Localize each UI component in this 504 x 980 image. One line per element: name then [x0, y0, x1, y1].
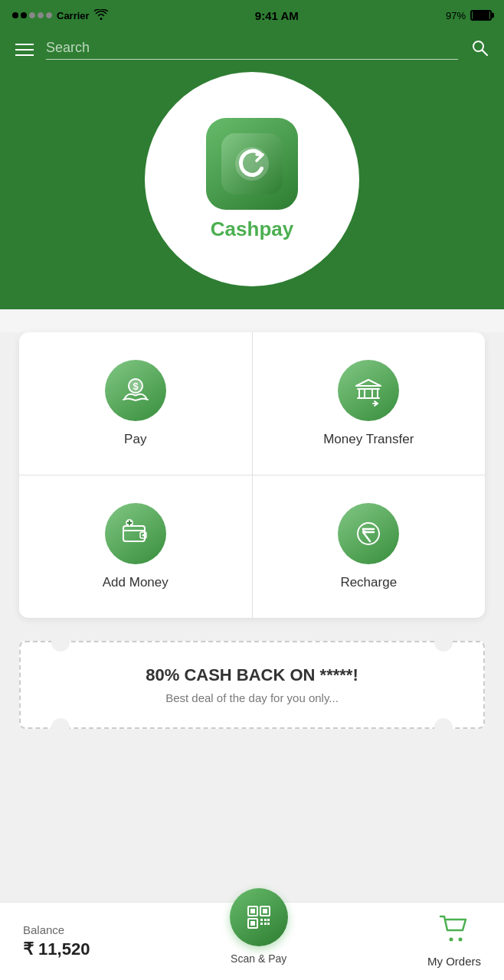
add-money-icon: [119, 517, 152, 550]
hamburger-line-3: [15, 54, 34, 56]
qr-scan-icon: [242, 900, 276, 934]
svg-rect-16: [250, 921, 255, 926]
money-transfer-icon: [352, 374, 385, 407]
grid-row-2: Add Money Recharge: [19, 475, 485, 618]
add-money-icon-circle: [105, 503, 166, 564]
promo-title: 80% CASH BACK ON *****!: [36, 665, 468, 685]
svg-rect-21: [267, 919, 270, 921]
hamburger-line-1: [15, 44, 34, 45]
promo-notch-bl: [51, 718, 70, 737]
recharge-icon-circle: [338, 503, 399, 564]
status-left: Carrier: [12, 9, 108, 22]
balance-label: Balance: [23, 923, 90, 936]
grid-row-1: $ Pay Money: [19, 332, 485, 475]
scan-icon-circle: [230, 888, 288, 946]
pay-cell[interactable]: $ Pay: [19, 332, 253, 475]
wifi-icon: [94, 9, 108, 22]
svg-point-24: [458, 938, 462, 942]
promo-notch-br: [434, 718, 453, 737]
search-bar: [0, 31, 504, 72]
promo-notch-tl: [51, 633, 70, 652]
svg-rect-14: [263, 909, 267, 913]
recharge-label: Recharge: [340, 575, 397, 590]
recharge-cell[interactable]: Recharge: [253, 475, 486, 618]
search-input[interactable]: [46, 40, 458, 56]
promo-notch-tr: [434, 633, 453, 652]
dot-5: [46, 12, 52, 18]
status-time: 9:41 AM: [255, 9, 299, 22]
menu-button[interactable]: [15, 44, 34, 56]
balance-amount: ₹ 11,520: [23, 939, 90, 959]
pay-icon-circle: $: [105, 360, 166, 421]
svg-rect-22: [267, 923, 270, 925]
hamburger-line-2: [15, 49, 34, 51]
svg-point-23: [449, 938, 453, 942]
svg-line-1: [483, 51, 488, 56]
cart-svg: [439, 915, 470, 942]
logo-svg: [221, 133, 283, 194]
svg-rect-17: [260, 919, 263, 921]
battery-percent: 97%: [446, 10, 466, 21]
svg-point-8: [142, 534, 144, 537]
svg-rect-6: [123, 526, 145, 541]
my-orders-label: My Orders: [427, 955, 481, 968]
hero-section: Cashpay: [0, 72, 504, 309]
scan-pay-label: Scan & Pay: [231, 952, 286, 965]
promo-banner[interactable]: 80% CASH BACK ON *****! Best deal of the…: [19, 641, 485, 729]
battery-icon: [470, 10, 492, 21]
my-orders-button[interactable]: My Orders: [427, 915, 481, 968]
bottom-bar: Balance ₹ 11,520 Scan & Pay: [0, 902, 504, 980]
bottom-spacer: [0, 752, 504, 836]
svg-rect-12: [250, 909, 255, 913]
carrier-label: Carrier: [57, 10, 90, 21]
app-logo-icon: [206, 118, 298, 210]
pay-label: Pay: [124, 432, 146, 447]
app-name: Cashpay: [211, 217, 293, 241]
balance-section: Balance ₹ 11,520: [23, 923, 90, 959]
services-grid: $ Pay Money: [19, 332, 485, 618]
search-icon[interactable]: [470, 38, 489, 61]
pay-icon: $: [119, 374, 152, 407]
hero-logo-circle: Cashpay: [145, 72, 359, 286]
svg-point-10: [358, 523, 379, 544]
svg-rect-18: [264, 919, 267, 921]
dot-4: [38, 12, 44, 18]
svg-rect-20: [264, 923, 267, 925]
money-transfer-cell[interactable]: Money Transfer: [253, 332, 486, 475]
dot-2: [21, 12, 27, 18]
add-money-label: Add Money: [103, 575, 169, 590]
money-transfer-icon-circle: [338, 360, 399, 421]
status-right: 97%: [446, 10, 492, 21]
scan-pay-button[interactable]: Scan & Pay: [230, 919, 288, 965]
add-money-cell[interactable]: Add Money: [19, 475, 253, 618]
svg-rect-19: [260, 923, 263, 925]
svg-text:$: $: [133, 381, 139, 392]
cart-icon: [439, 915, 470, 949]
status-bar: Carrier 9:41 AM 97%: [0, 0, 504, 31]
main-content: $ Pay Money: [0, 332, 504, 945]
promo-subtitle: Best deal of the day for you only...: [36, 691, 468, 704]
signal-dots: [12, 12, 52, 18]
dot-3: [29, 12, 35, 18]
recharge-icon: [352, 517, 385, 550]
dot-1: [12, 12, 18, 18]
money-transfer-label: Money Transfer: [323, 432, 414, 447]
battery-fill: [473, 11, 489, 19]
search-wrapper: [46, 40, 458, 60]
